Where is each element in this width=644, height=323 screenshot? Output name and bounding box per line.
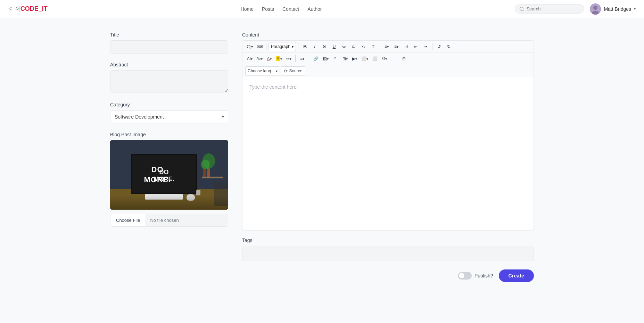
toolbar-superscript-btn[interactable]: x2: [359, 42, 368, 51]
editor-container: ▾ ⌨ Paragraph ▾ B I S U <> x2: [242, 40, 534, 231]
svg-line-1: [523, 10, 524, 11]
toolbar-bold-btn[interactable]: B: [300, 42, 309, 51]
toolbar-search-btn[interactable]: ▾: [245, 42, 254, 51]
toolbar-align-btn[interactable]: ≡ ▾: [298, 54, 307, 63]
choose-file-button[interactable]: Choose File: [110, 214, 146, 226]
toolbar-sep-2: [298, 43, 298, 50]
publish-toggle: Publish?: [458, 272, 493, 280]
user-menu[interactable]: Matt Bridges ▾: [590, 3, 636, 15]
navbar: <···>|CODE_IT Home Posts Contact Author …: [0, 0, 644, 18]
svg-point-23: [247, 45, 250, 48]
search-bar[interactable]: [515, 4, 584, 14]
main-container: Title Abstract Category Software Develop…: [96, 32, 548, 282]
toolbar-special-btn[interactable]: ⊞: [399, 54, 408, 63]
nav-right: Matt Bridges ▾: [515, 3, 636, 15]
toolbar-sep-4: [432, 43, 432, 50]
abstract-group: Abstract: [110, 62, 228, 94]
nav-author[interactable]: Author: [307, 6, 322, 12]
toolbar-highlight-btn[interactable]: ✏ ▾: [284, 54, 293, 63]
toolbar-row-1: ▾ ⌨ Paragraph ▾ B I S U <> x2: [242, 41, 534, 53]
right-panel: Content ▾ ⌨ Paragraph ▾: [242, 32, 534, 282]
toolbar-keyboard-btn[interactable]: ⌨: [255, 42, 264, 51]
toolbar-clearformat-btn[interactable]: T: [369, 42, 378, 51]
svg-rect-10: [132, 155, 196, 193]
logo[interactable]: <···>|CODE_IT: [8, 5, 48, 13]
toolbar-symbol-btn[interactable]: Ω ▾: [380, 54, 389, 63]
toolbar-sep-3: [380, 43, 380, 50]
toolbar-sep-1: [266, 43, 266, 50]
title-label: Title: [110, 32, 228, 38]
toolbar-underline-btn[interactable]: U: [330, 42, 339, 51]
toolbar-checklist-btn[interactable]: ☑: [402, 42, 411, 51]
content-label: Content: [242, 32, 534, 38]
svg-rect-21: [196, 190, 200, 195]
title-group: Title: [110, 32, 228, 54]
toolbar-unorderedlist-btn[interactable]: ≡ ▾: [382, 42, 391, 51]
toolbar-italic-btn[interactable]: I: [310, 42, 319, 51]
toolbar-orderedlist-btn[interactable]: ≡ ▾: [392, 42, 401, 51]
editor-placeholder: Type the content here!: [249, 84, 298, 90]
paragraph-dropdown[interactable]: Paragraph ▾: [269, 42, 296, 51]
nav-links: Home Posts Contact Author: [241, 6, 322, 12]
toolbar-subscript-btn[interactable]: x2: [349, 42, 358, 51]
avatar-image: [590, 3, 601, 15]
logo-name: CODE_IT: [20, 5, 48, 13]
toolbar-table-btn[interactable]: ⊞ ▾: [340, 54, 349, 63]
workspace-svg: DO MORE.: [110, 140, 228, 210]
svg-rect-18: [202, 177, 223, 178]
toolbar-media-btn[interactable]: ▶ ▾: [350, 54, 359, 63]
svg-point-3: [593, 6, 597, 10]
blog-image-group: Blog Post Image: [110, 132, 228, 227]
toolbar-fontcolor-btn[interactable]: A ▾: [265, 54, 274, 63]
source-icon: ⟳: [284, 68, 288, 74]
nav-posts[interactable]: Posts: [262, 6, 274, 12]
toolbar-undo-btn[interactable]: ↺: [435, 42, 444, 51]
toolbar-fontsize-btn[interactable]: A2 ▾: [255, 54, 264, 63]
toolbar-row-3: Choose lang... ▾ ⟳ Source: [242, 65, 534, 77]
svg-rect-5: [110, 140, 228, 210]
toolbar-sep-5: [295, 55, 296, 62]
abstract-input[interactable]: [110, 70, 228, 92]
tags-section: Tags: [242, 237, 534, 261]
nav-home[interactable]: Home: [241, 6, 254, 12]
category-select-wrapper: Software Development Web Development Dat…: [110, 110, 228, 123]
toolbar-outdent-btn[interactable]: ⇥: [421, 42, 430, 51]
toolbar-bgcolor-btn[interactable]: A ▾: [274, 54, 283, 63]
svg-text:MORE.: MORE.: [154, 176, 174, 183]
editor-content[interactable]: Type the content here!: [242, 77, 534, 230]
avatar: [590, 3, 601, 15]
lang-dropdown[interactable]: Choose lang... ▾: [245, 66, 280, 75]
create-button[interactable]: Create: [499, 269, 534, 282]
toolbar-image-btn[interactable]: 🖼 ▾: [321, 54, 330, 63]
toolbar-template-btn[interactable]: ⬜: [370, 54, 379, 63]
svg-line-24: [250, 48, 250, 48]
toolbar-link-btn[interactable]: 🔗: [311, 54, 320, 63]
category-select[interactable]: Software Development Web Development Dat…: [110, 110, 228, 123]
workspace-image: DO MORE.: [110, 140, 228, 210]
user-name: Matt Bridges: [604, 6, 631, 12]
svg-rect-19: [203, 169, 206, 177]
search-input[interactable]: [526, 6, 580, 11]
category-group: Category Software Development Web Develo…: [110, 102, 228, 123]
abstract-label: Abstract: [110, 62, 228, 67]
toolbar-divider-btn[interactable]: —: [390, 54, 399, 63]
svg-rect-13: [145, 194, 183, 200]
nav-contact[interactable]: Contact: [282, 6, 299, 12]
toolbar-embed-btn[interactable]: ⬜ ▾: [360, 54, 370, 63]
search-icon: [519, 7, 524, 11]
toolbar-strikethrough-btn[interactable]: S: [320, 42, 329, 51]
toolbar-redo-btn[interactable]: ↻: [444, 42, 453, 51]
svg-rect-22: [214, 182, 228, 206]
toolbar-quote-btn[interactable]: ❝: [331, 54, 340, 63]
file-name-display: No file chosen: [146, 214, 228, 226]
svg-point-17: [201, 160, 209, 169]
title-input[interactable]: [110, 40, 228, 54]
tags-input[interactable]: [242, 246, 534, 261]
svg-rect-14: [187, 194, 195, 201]
publish-toggle-switch[interactable]: [458, 272, 472, 280]
toolbar-ai-btn[interactable]: AI ▾: [245, 54, 254, 63]
toolbar-indent-btn[interactable]: ⇤: [411, 42, 420, 51]
tags-label: Tags: [242, 237, 534, 243]
source-button[interactable]: ⟳ Source: [281, 66, 305, 75]
toolbar-code-btn[interactable]: <>: [339, 42, 348, 51]
